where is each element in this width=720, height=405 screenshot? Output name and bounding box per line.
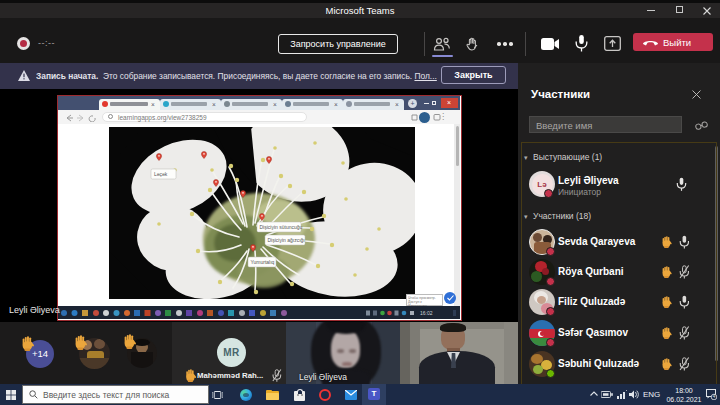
svg-text:Yumurtalıq: Yumurtalıq [251, 259, 275, 265]
svg-text:16:02: 16:02 [420, 310, 433, 316]
svg-text:Dişiciyin ağızcığı: Dişiciyin ağızcığı [268, 237, 305, 243]
svg-text:Ləçək: Ləçək [154, 171, 168, 177]
svg-text:Dişiciyin sütuncuğu: Dişiciyin sütuncuğu [260, 224, 303, 230]
